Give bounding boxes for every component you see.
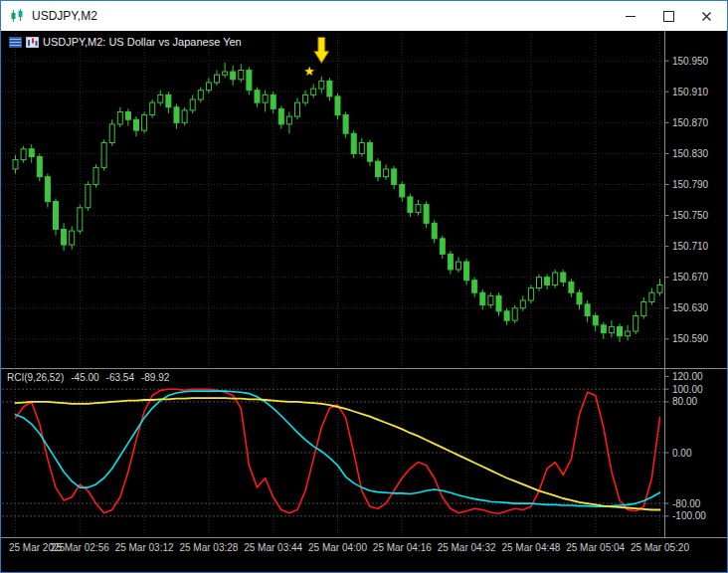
time-axis-labels[interactable]: 25 Mar 202525 Mar 02:5625 Mar 03:1225 Ma…	[9, 542, 689, 553]
window-titlebar[interactable]: USDJPY,M2	[1, 1, 727, 31]
svg-text:80.00: 80.00	[672, 396, 697, 407]
svg-text:150.910: 150.910	[672, 87, 709, 97]
svg-text:25 Mar 04:48: 25 Mar 04:48	[501, 542, 560, 553]
svg-text:25 Mar 02:56: 25 Mar 02:56	[51, 542, 109, 553]
price-gridlines	[2, 61, 664, 339]
indicator-line-rci-52	[16, 398, 660, 509]
svg-text:25 Mar 04:32: 25 Mar 04:32	[438, 542, 496, 553]
chart-canvas[interactable]: 150.950150.910150.870150.830150.790150.7…	[1, 31, 727, 572]
svg-text:25 Mar 03:44: 25 Mar 03:44	[244, 542, 302, 553]
maximize-button[interactable]	[649, 1, 687, 31]
symbol-description: USDJPY,M2: US Dollar vs Japanese Yen	[43, 36, 242, 48]
svg-text:25 Mar 05:20: 25 Mar 05:20	[631, 542, 689, 553]
chart-client-area[interactable]: 150.950150.910150.870150.830150.790150.7…	[1, 31, 727, 572]
candles-icon[interactable]	[26, 37, 39, 48]
symbol-label: USDJPY,M2: US Dollar vs Japanese Yen	[9, 36, 242, 48]
svg-text:150.670: 150.670	[672, 272, 709, 283]
window-title: USDJPY,M2	[32, 9, 97, 23]
indicator-value-3: -89.92	[141, 372, 169, 383]
svg-text:150.790: 150.790	[672, 179, 709, 190]
indicator-level-lines	[2, 389, 664, 516]
maximize-icon	[663, 11, 674, 22]
svg-text:25 Mar 03:12: 25 Mar 03:12	[115, 542, 174, 553]
grid-icon[interactable]	[9, 37, 22, 48]
pane-frames	[1, 31, 727, 538]
arrow-down-annotation[interactable]	[314, 38, 329, 64]
minimize-icon	[626, 16, 636, 17]
svg-text:150.750: 150.750	[672, 210, 709, 221]
indicator-label: RCI(9,26,52)-45.00-63.54-89.92	[7, 372, 176, 383]
svg-text:25 Mar 04:00: 25 Mar 04:00	[308, 542, 367, 553]
svg-text:25 Mar 04:16: 25 Mar 04:16	[373, 542, 432, 553]
indicator-value-2: -63.54	[106, 372, 134, 383]
svg-text:-100.00: -100.00	[672, 510, 706, 521]
svg-text:150.590: 150.590	[672, 333, 709, 344]
svg-text:100.00: 100.00	[672, 384, 703, 395]
svg-text:25 Mar 03:28: 25 Mar 03:28	[179, 542, 238, 553]
indicator-axis-labels[interactable]: 120.00100.0080.000.00-80.00-100.00	[665, 371, 707, 521]
close-button[interactable]	[687, 1, 725, 31]
svg-text:120.00: 120.00	[672, 371, 703, 382]
svg-text:150.630: 150.630	[672, 302, 709, 313]
chart-window-icon	[9, 9, 26, 24]
svg-text:-80.00: -80.00	[672, 498, 701, 509]
svg-text:150.710: 150.710	[672, 241, 709, 252]
window-controls	[612, 1, 725, 31]
svg-text:150.870: 150.870	[672, 117, 709, 128]
chart-window: USDJPY,M2 150.950150.910150.870150.83015…	[0, 0, 728, 573]
svg-text:25 Mar 05:04: 25 Mar 05:04	[566, 542, 625, 553]
minimize-button[interactable]	[612, 1, 649, 31]
price-axis-labels[interactable]: 150.950150.910150.870150.830150.790150.7…	[665, 56, 709, 345]
indicator-value-1: -45.00	[71, 372, 98, 383]
svg-text:150.950: 150.950	[672, 56, 709, 67]
svg-text:150.830: 150.830	[672, 148, 709, 159]
svg-text:★: ★	[303, 64, 315, 79]
star-annotation[interactable]: ★	[303, 64, 315, 79]
indicator-name: RCI(9,26,52)	[7, 372, 64, 383]
close-icon	[701, 11, 712, 22]
svg-text:0.00: 0.00	[672, 448, 692, 459]
